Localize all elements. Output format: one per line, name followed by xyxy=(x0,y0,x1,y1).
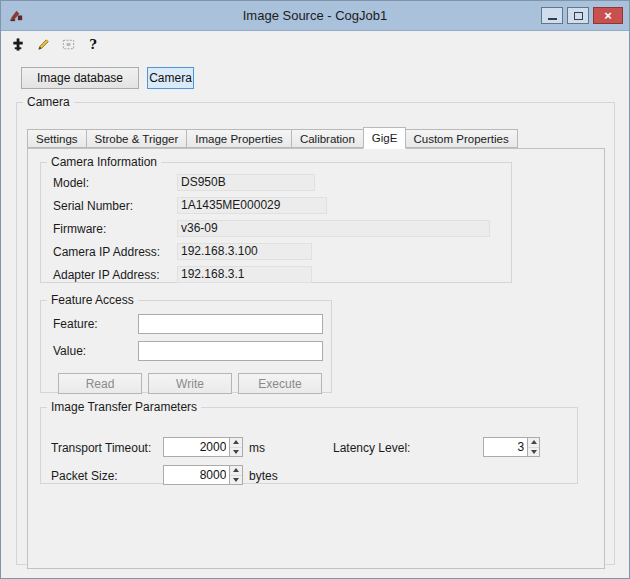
tab-settings[interactable]: Settings xyxy=(27,129,87,148)
packet-size-input[interactable] xyxy=(164,466,229,484)
latency-level-spin-buttons xyxy=(527,438,539,456)
down-arrow-icon xyxy=(531,450,537,454)
transport-timeout-unit: ms xyxy=(249,441,265,455)
model-row: Model: DS950B xyxy=(41,171,511,194)
feature-access-groupbox: Feature Access Feature: Value: Read Writ… xyxy=(40,293,332,393)
image-database-button[interactable]: Image database xyxy=(21,67,139,89)
region-select-icon[interactable] xyxy=(59,36,77,54)
help-icon[interactable]: ? xyxy=(84,36,102,54)
value-row: Value: xyxy=(53,341,331,361)
spin-up-button[interactable] xyxy=(230,466,242,475)
packet-size-spin-buttons xyxy=(229,466,242,484)
image-transfer-label: Image Transfer Parameters xyxy=(47,400,201,414)
serial-number-value: 1A1435ME000029 xyxy=(177,197,327,214)
tab-image-properties[interactable]: Image Properties xyxy=(187,129,292,148)
tab-gige[interactable]: GigE xyxy=(363,127,407,149)
spin-down-button[interactable] xyxy=(230,447,242,457)
spin-up-button[interactable] xyxy=(528,438,539,447)
latency-level-input[interactable] xyxy=(484,438,527,456)
maximize-glyph xyxy=(574,12,583,20)
maximize-button[interactable] xyxy=(567,7,589,24)
latency-level-label: Latency Level: xyxy=(333,441,410,455)
up-arrow-icon xyxy=(233,468,239,472)
camera-connector-icon[interactable] xyxy=(9,36,27,54)
down-arrow-icon xyxy=(233,478,239,482)
serial-number-label: Serial Number: xyxy=(53,199,177,213)
packet-size-label: Packet Size: xyxy=(51,469,118,483)
packet-size-spinner xyxy=(163,465,243,485)
image-transfer-groupbox: Image Transfer Parameters Transport Time… xyxy=(40,400,578,484)
feature-buttons-row: Read Write Execute xyxy=(58,373,331,394)
window-controls: × xyxy=(541,7,623,24)
spin-down-button[interactable] xyxy=(230,475,242,485)
feature-input[interactable] xyxy=(138,314,323,334)
tab-strobe-trigger[interactable]: Strobe & Trigger xyxy=(87,129,188,148)
spin-up-button[interactable] xyxy=(230,438,242,447)
camera-connector-glyph xyxy=(11,37,26,52)
firmware-value: v36-09 xyxy=(177,220,490,237)
adapter-ip-label: Adapter IP Address: xyxy=(53,268,177,282)
window-title: Image Source - CogJob1 xyxy=(1,8,629,23)
packet-size-unit: bytes xyxy=(249,469,278,483)
value-input[interactable] xyxy=(138,341,323,361)
pen-edit-icon[interactable] xyxy=(34,36,52,54)
camera-information-groupbox: Camera Information Model: DS950B Serial … xyxy=(40,155,512,283)
adapter-ip-row: Adapter IP Address: 192.168.3.1 xyxy=(41,263,511,286)
value-label: Value: xyxy=(53,344,138,358)
tab-custom-properties[interactable]: Custom Properties xyxy=(405,129,517,148)
camera-information-label: Camera Information xyxy=(47,155,161,169)
model-value: DS950B xyxy=(177,174,315,191)
execute-button[interactable]: Execute xyxy=(238,373,322,394)
window-icon[interactable] xyxy=(7,7,25,25)
down-arrow-icon xyxy=(233,450,239,454)
close-button[interactable]: × xyxy=(593,7,623,24)
tab-calibration[interactable]: Calibration xyxy=(292,129,364,148)
firmware-label: Firmware: xyxy=(53,222,177,236)
spin-down-button[interactable] xyxy=(528,447,539,457)
firmware-row: Firmware: v36-09 xyxy=(41,217,511,240)
model-label: Model: xyxy=(53,176,177,190)
adapter-ip-value: 192.168.3.1 xyxy=(177,266,312,283)
camera-groupbox-label: Camera xyxy=(23,95,74,109)
camera-tabstrip: Settings Strobe & Trigger Image Properti… xyxy=(27,126,518,148)
read-button[interactable]: Read xyxy=(58,373,142,394)
serial-number-row: Serial Number: 1A1435ME000029 xyxy=(41,194,511,217)
up-arrow-icon xyxy=(233,440,239,444)
titlebar[interactable]: Image Source - CogJob1 × xyxy=(1,1,629,31)
camera-ip-row: Camera IP Address: 192.168.3.100 xyxy=(41,240,511,263)
camera-ip-value: 192.168.3.100 xyxy=(177,243,312,260)
feature-label: Feature: xyxy=(53,317,138,331)
window-icon-glyph xyxy=(9,8,24,23)
gige-tab-panel: Camera Information Model: DS950B Serial … xyxy=(27,148,605,569)
camera-ip-label: Camera IP Address: xyxy=(53,245,177,259)
feature-row: Feature: xyxy=(53,314,331,334)
toolbar: ? xyxy=(1,31,629,58)
transport-timeout-spinner xyxy=(163,437,243,457)
region-select-glyph xyxy=(61,37,76,52)
minimize-button[interactable] xyxy=(541,7,563,24)
feature-access-label: Feature Access xyxy=(47,293,138,307)
write-button[interactable]: Write xyxy=(148,373,232,394)
transport-timeout-input[interactable] xyxy=(164,438,229,456)
up-arrow-icon xyxy=(531,440,537,444)
pen-edit-glyph xyxy=(36,37,51,52)
transport-timeout-spin-buttons xyxy=(229,438,242,456)
image-source-window: Image Source - CogJob1 × xyxy=(0,0,630,579)
latency-level-spinner xyxy=(483,437,540,457)
camera-button[interactable]: Camera xyxy=(147,67,194,89)
minimize-glyph xyxy=(548,18,557,20)
transport-timeout-label: Transport Timeout: xyxy=(51,441,151,455)
camera-groupbox: Camera Settings Strobe & Trigger Image P… xyxy=(16,95,615,565)
